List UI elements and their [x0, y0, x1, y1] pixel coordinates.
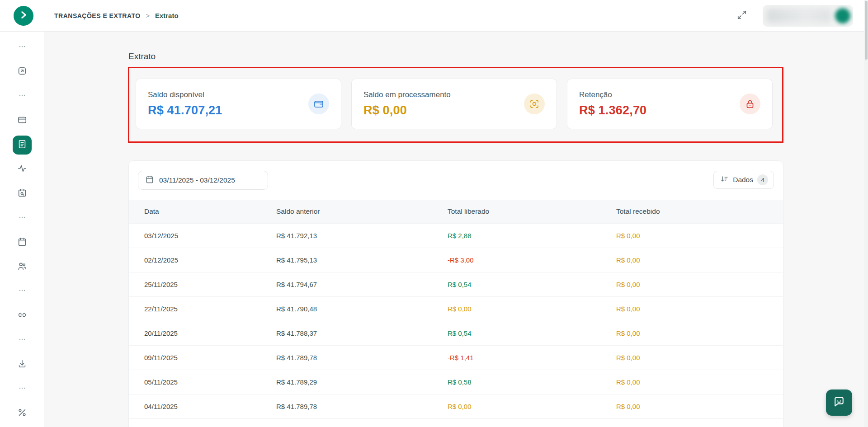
- calendar-search-icon: [17, 188, 27, 200]
- sidebar-item-activity[interactable]: [0, 157, 44, 182]
- table-row[interactable]: 05/11/2025 R$ 41.789,29 R$ 0,58 R$ 0,00: [129, 370, 783, 394]
- page-scrollbar: [864, 0, 868, 427]
- date-range-input[interactable]: 03/11/2025 - 03/12/2025: [138, 171, 268, 190]
- dados-count-badge: 4: [757, 174, 768, 185]
- breadcrumb: TRANSAÇÕES E EXTRATO > Extrato: [54, 12, 179, 19]
- wallet-icon: [308, 94, 329, 114]
- card-label: Retenção: [579, 90, 646, 99]
- statement-panel: 03/11/2025 - 03/12/2025 Dados 4 Data Sal…: [128, 160, 783, 427]
- cell-saldo-anterior: R$ 41.792,13: [276, 232, 448, 239]
- download-icon: [17, 359, 27, 371]
- cell-saldo-anterior: R$ 41.795,13: [276, 256, 448, 264]
- sidebar-group-dots: [0, 377, 44, 401]
- card-saldo-processamento: Saldo em processamento R$ 0,00: [351, 79, 557, 129]
- sidebar-item-schedule-search[interactable]: [0, 182, 44, 206]
- dados-label: Dados: [733, 176, 753, 184]
- calendar-icon: [145, 175, 154, 186]
- chat-support-button[interactable]: [826, 389, 852, 416]
- card-retencao: Retenção R$ 1.362,70: [567, 79, 773, 129]
- cell-total-recebido: R$ 0,00: [616, 354, 768, 361]
- cell-data: 05/11/2025: [144, 378, 276, 386]
- activity-icon: [17, 164, 27, 175]
- breadcrumb-separator: >: [146, 12, 150, 19]
- table-row[interactable]: 25/11/2025 R$ 41.794,67 R$ 0,54 R$ 0,00: [129, 272, 783, 296]
- sidebar-item-calendar[interactable]: [0, 230, 44, 255]
- col-header-saldo-anterior: Saldo anterior: [276, 207, 448, 216]
- col-header-total-liberado: Total liberado: [448, 207, 616, 216]
- card-value: R$ 41.707,21: [148, 103, 222, 117]
- transfer-icon: [17, 66, 27, 78]
- dots-icon: [18, 42, 27, 53]
- expand-icon: [737, 10, 747, 22]
- cell-data: 20/11/2025: [144, 329, 276, 337]
- dots-icon: [18, 286, 27, 297]
- dots-icon: [18, 91, 27, 102]
- percent-icon: [17, 408, 27, 419]
- cell-data: 02/12/2025: [144, 256, 276, 264]
- table-row[interactable]: 02/12/2025 R$ 41.795,13 -R$ 3,00 R$ 0,00: [129, 248, 783, 272]
- chat-icon: [833, 395, 845, 410]
- cell-saldo-anterior: R$ 41.794,67: [276, 281, 448, 288]
- cell-data: 03/12/2025: [144, 232, 276, 239]
- cell-total-recebido: R$ 0,00: [616, 403, 768, 410]
- lock-icon: [740, 94, 760, 114]
- date-range-value: 03/11/2025 - 03/12/2025: [159, 176, 235, 184]
- card-label: Saldo disponível: [148, 90, 222, 99]
- cell-data: 25/11/2025: [144, 281, 276, 288]
- card-value: R$ 1.362,70: [579, 103, 646, 117]
- sidebar-group-dots: [0, 35, 44, 60]
- breadcrumb-section[interactable]: TRANSAÇÕES E EXTRATO: [54, 12, 141, 19]
- cell-total-liberado: R$ 0,00: [448, 403, 616, 410]
- table-row[interactable]: 04/11/2025 R$ 41.789,78 R$ 0,00 R$ 0,00: [129, 394, 783, 418]
- processing-icon: [524, 94, 545, 114]
- dots-icon: [18, 213, 27, 224]
- link-icon: [17, 310, 27, 322]
- sidebar-group-dots: [0, 328, 44, 352]
- cell-total-liberado: R$ 0,54: [448, 329, 616, 337]
- table-row-partial: [129, 418, 783, 427]
- sidebar-item-downloads[interactable]: [0, 352, 44, 377]
- cell-total-recebido: R$ 0,00: [616, 329, 768, 337]
- cell-total-recebido: R$ 0,00: [616, 305, 768, 313]
- blurred-username: [766, 9, 831, 23]
- cell-saldo-anterior: R$ 41.789,78: [276, 354, 448, 361]
- sidebar-group-dots: [0, 84, 44, 108]
- cell-saldo-anterior: R$ 41.789,78: [276, 403, 448, 410]
- sidebar-group-dots: [0, 279, 44, 304]
- sidebar-item-statement-active[interactable]: [0, 133, 44, 157]
- cell-data: 09/11/2025: [144, 354, 276, 361]
- table-row[interactable]: 09/11/2025 R$ 41.789,78 -R$ 1,41 R$ 0,00: [129, 345, 783, 370]
- table-row[interactable]: 22/11/2025 R$ 41.790,48 R$ 0,00 R$ 0,00: [129, 296, 783, 321]
- sidebar-nav: [0, 32, 44, 427]
- cell-total-liberado: R$ 0,00: [448, 305, 616, 313]
- sidebar-item-payment-link[interactable]: [0, 304, 44, 328]
- page-title: Extrato: [128, 52, 156, 61]
- cell-total-recebido: R$ 0,00: [616, 232, 768, 239]
- dots-icon: [18, 384, 27, 394]
- cell-total-liberado: R$ 2,88: [448, 232, 616, 239]
- fullscreen-expand-button[interactable]: [736, 10, 748, 22]
- dados-button[interactable]: Dados 4: [713, 171, 774, 189]
- table-row[interactable]: 20/11/2025 R$ 41.788,37 R$ 0,54 R$ 0,00: [129, 321, 783, 345]
- cell-saldo-anterior: R$ 41.789,29: [276, 378, 448, 386]
- col-header-total-recebido: Total recebido: [616, 207, 768, 216]
- sidebar-item-cards[interactable]: [0, 108, 44, 133]
- sidebar-item-fees[interactable]: [0, 401, 44, 426]
- app-logo[interactable]: [14, 6, 33, 26]
- calendar-icon: [17, 237, 27, 249]
- card-value: R$ 0,00: [363, 103, 451, 117]
- card-saldo-disponivel: Saldo disponível R$ 41.707,21: [136, 79, 341, 129]
- cell-saldo-anterior: R$ 41.788,37: [276, 329, 448, 337]
- user-menu-blurred[interactable]: [763, 5, 853, 27]
- cell-total-liberado: R$ 0,58: [448, 378, 616, 386]
- sidebar-item-contacts[interactable]: [0, 255, 44, 279]
- dots-icon: [18, 335, 27, 346]
- active-nav-highlight: [13, 136, 32, 155]
- cell-total-liberado: R$ 0,54: [448, 281, 616, 288]
- table-header-row: Data Saldo anterior Total liberado Total…: [129, 200, 783, 223]
- table-row[interactable]: 03/12/2025 R$ 41.792,13 R$ 2,88 R$ 0,00: [129, 223, 783, 248]
- sidebar-item-transfer[interactable]: [0, 60, 44, 84]
- scrollbar-thumb[interactable]: [865, 1, 868, 60]
- cell-total-liberado: -R$ 3,00: [448, 256, 616, 264]
- cell-total-recebido: R$ 0,00: [616, 256, 768, 264]
